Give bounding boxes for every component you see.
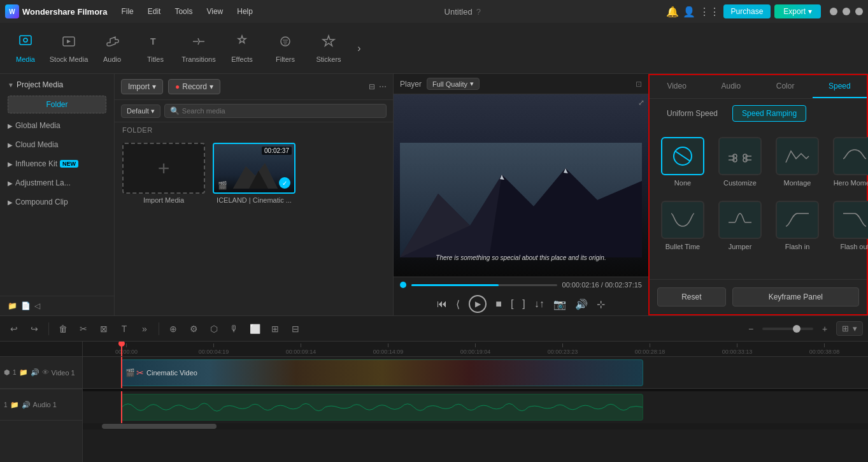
mark-in-button[interactable]: [ bbox=[511, 298, 513, 310]
default-dropdown[interactable]: Default ▾ bbox=[121, 105, 160, 118]
reset-button[interactable]: Reset bbox=[657, 287, 726, 307]
folder-button[interactable]: Folder bbox=[8, 96, 106, 113]
account-icon[interactable]: 👤 bbox=[683, 6, 695, 18]
search-input[interactable] bbox=[182, 107, 381, 115]
menu-help[interactable]: Help bbox=[231, 4, 259, 18]
speed-card-jumper[interactable]: Jumper bbox=[715, 197, 765, 254]
play-button[interactable]: ▶ bbox=[469, 295, 487, 313]
toolbar-filters[interactable]: Filters bbox=[265, 27, 306, 70]
menu-edit[interactable]: Edit bbox=[141, 4, 167, 18]
zoom-out-button[interactable]: − bbox=[742, 320, 760, 338]
more-tools-icon[interactable]: » bbox=[136, 320, 153, 338]
track-options-button[interactable]: ⊞ ▾ bbox=[836, 321, 863, 336]
close-button[interactable] bbox=[855, 8, 863, 15]
purchase-button[interactable]: Purchase bbox=[723, 4, 771, 18]
speed-card-flash-out[interactable]: Flash out bbox=[829, 197, 868, 254]
crop-button[interactable]: ⊠ bbox=[95, 320, 113, 338]
volume-icon[interactable]: 🔊 bbox=[575, 298, 588, 310]
speed-card-customize[interactable]: Customize bbox=[715, 133, 765, 191]
wrap-button[interactable]: ⬜ bbox=[246, 320, 264, 338]
add-folder-icon[interactable]: 📁 bbox=[8, 301, 17, 310]
video-track-add-icon[interactable]: 📁 bbox=[19, 368, 28, 377]
more-options-icon[interactable]: ⋯ bbox=[379, 82, 387, 91]
scrubber-track[interactable] bbox=[411, 284, 557, 286]
import-media-item[interactable]: + Import Media bbox=[122, 143, 205, 204]
toolbar-more[interactable]: › bbox=[352, 27, 367, 70]
clip-split-button[interactable]: ⬡ bbox=[205, 320, 223, 338]
export-button[interactable]: Export ▾ bbox=[774, 4, 821, 18]
zoom-slider[interactable] bbox=[762, 328, 813, 330]
delete-button[interactable]: 🗑 bbox=[54, 320, 72, 338]
import-media-thumb[interactable]: + bbox=[122, 143, 205, 194]
timeline-scrollbar[interactable] bbox=[83, 423, 868, 430]
minimize-button[interactable] bbox=[830, 8, 837, 15]
toolbar-stickers[interactable]: Stickers bbox=[308, 27, 349, 70]
preview-expand-icon[interactable]: ⊡ bbox=[636, 80, 642, 89]
snapshot-icon[interactable]: 📷 bbox=[553, 298, 566, 310]
toolbar-media[interactable]: Media bbox=[5, 27, 46, 70]
audio-track-mute-icon[interactable]: 🔊 bbox=[22, 401, 31, 409]
tab-color[interactable]: Color bbox=[758, 75, 813, 98]
split-audio-button[interactable]: ⚙ bbox=[185, 320, 203, 338]
fullscreen-icon[interactable]: ⤢ bbox=[638, 98, 644, 107]
speed-card-hero-moment[interactable]: Hero Moment bbox=[829, 133, 868, 191]
video-thumb[interactable]: 00:02:37 ✓ 🎬 bbox=[213, 143, 295, 194]
speed-card-flash-in[interactable]: Flash in bbox=[772, 197, 823, 254]
sidebar-item-compound-clip[interactable]: ▶ Compound Clip bbox=[0, 192, 114, 212]
shrink-button[interactable]: ⊟ bbox=[287, 320, 304, 338]
toolbar-titles[interactable]: T Titles bbox=[135, 27, 176, 70]
speed-card-none[interactable]: None bbox=[657, 133, 708, 191]
tab-audio[interactable]: Audio bbox=[704, 75, 758, 98]
sidebar-item-global-media[interactable]: ▶ Global Media bbox=[0, 116, 114, 135]
magnet-button[interactable]: ⊕ bbox=[164, 320, 182, 338]
fit-screen-button[interactable]: ⊹ bbox=[597, 298, 605, 310]
subtab-uniform-speed[interactable]: Uniform Speed bbox=[657, 105, 727, 122]
undo-button[interactable]: ↩ bbox=[5, 320, 23, 338]
subtab-speed-ramping[interactable]: Speed Ramping bbox=[732, 105, 806, 122]
collapse-panel-icon[interactable]: ◁ bbox=[34, 301, 40, 310]
mark-out-button[interactable]: ] bbox=[522, 298, 525, 310]
tab-video[interactable]: Video bbox=[650, 75, 704, 98]
video-track-mute-icon[interactable]: 🔊 bbox=[31, 368, 39, 377]
text-button[interactable]: T bbox=[115, 320, 133, 338]
sidebar-item-cloud-media[interactable]: ▶ Cloud Media bbox=[0, 135, 114, 154]
tab-speed[interactable]: Speed bbox=[813, 75, 867, 98]
video-track-eye-icon[interactable]: 👁 bbox=[42, 368, 49, 377]
speed-card-montage[interactable]: Montage bbox=[772, 133, 823, 191]
toolbar-effects[interactable]: Effects bbox=[222, 27, 262, 70]
toolbar-stock-media[interactable]: Stock Media bbox=[48, 27, 89, 70]
scrubber-dot[interactable] bbox=[400, 282, 406, 288]
playhead[interactable] bbox=[121, 342, 122, 356]
frame-back-button[interactable]: ⟨ bbox=[456, 298, 460, 310]
stop-button[interactable]: ■ bbox=[495, 298, 502, 310]
redo-button[interactable]: ↪ bbox=[25, 320, 43, 338]
project-media-header[interactable]: ▼ Project Media bbox=[0, 74, 114, 93]
quality-select[interactable]: Full Quality ▾ bbox=[427, 78, 480, 90]
video-clip[interactable]: 🎬 ✂ Cinematic Video bbox=[121, 359, 643, 386]
sidebar-item-adjustment[interactable]: ▶ Adjustment La... bbox=[0, 173, 114, 192]
toolbar-audio[interactable]: Audio bbox=[92, 27, 132, 70]
menu-view[interactable]: View bbox=[200, 4, 229, 18]
apps-icon[interactable]: ⋮⋮ bbox=[699, 6, 720, 18]
record-button[interactable]: ● Record ▾ bbox=[168, 79, 220, 94]
sidebar-item-influence-kit[interactable]: ▶ Influence Kit NEW bbox=[0, 154, 114, 173]
toolbar-transitions[interactable]: Transitions bbox=[178, 27, 219, 70]
maximize-button[interactable] bbox=[843, 8, 850, 15]
connect-button[interactable]: ⊞ bbox=[266, 320, 284, 338]
cut-button[interactable]: ✂ bbox=[75, 320, 92, 338]
import-button[interactable]: Import ▾ bbox=[121, 79, 163, 94]
keyframe-panel-button[interactable]: Keyframe Panel bbox=[732, 287, 859, 307]
menu-file[interactable]: File bbox=[115, 4, 139, 18]
notif-icon[interactable]: 🔔 bbox=[666, 6, 679, 18]
scrollbar-thumb[interactable] bbox=[102, 424, 217, 429]
mic-button[interactable]: 🎙 bbox=[225, 320, 243, 338]
skip-back-button[interactable]: ⏮ bbox=[437, 298, 447, 310]
video-media-item[interactable]: 00:02:37 ✓ 🎬 ICELAND | Cinematic ... bbox=[213, 143, 295, 204]
audio-track-add-icon[interactable]: 📁 bbox=[10, 401, 19, 409]
filter-icon[interactable]: ⊟ bbox=[369, 82, 375, 91]
add-media-icon[interactable]: 📄 bbox=[21, 301, 31, 310]
zoom-in-button[interactable]: + bbox=[816, 320, 834, 338]
speed-card-bullet-time[interactable]: Bullet Time bbox=[657, 197, 708, 254]
add-to-timeline-button[interactable]: ↓↑ bbox=[534, 298, 544, 310]
menu-tools[interactable]: Tools bbox=[168, 4, 199, 18]
